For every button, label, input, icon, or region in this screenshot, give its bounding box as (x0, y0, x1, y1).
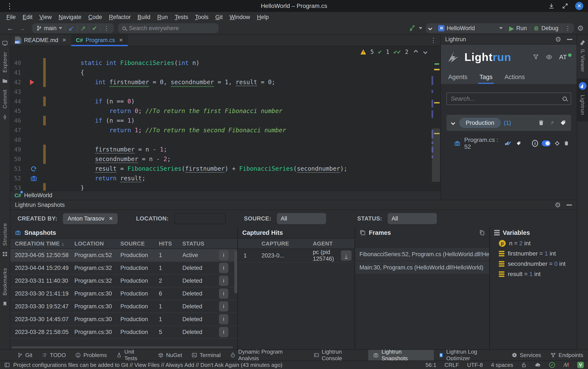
tag-group-production[interactable]: Production (1) (446, 115, 571, 131)
code-editor[interactable]: 5 ✔ 1 ✔✔ 2 40 static int FibonacciSeries… (10, 46, 441, 191)
code-line-52[interactable]: 52 return result; (10, 174, 441, 183)
clear-filter-icon[interactable]: ✕ (109, 215, 113, 222)
code-line-40[interactable]: 40 static int FibonacciSeries(int n) (10, 58, 441, 68)
variable-row[interactable]: pn = 2 int (490, 238, 577, 248)
tag-icon[interactable] (516, 141, 521, 146)
info-icon[interactable]: i (532, 140, 538, 147)
code-line-46[interactable]: 46 if (n == 1) (10, 116, 441, 125)
info-button[interactable]: i (219, 263, 228, 273)
info-button[interactable]: i (219, 250, 228, 260)
download-hit-button[interactable]: ↓ (341, 250, 352, 261)
menu-item-tools[interactable]: Tools (192, 13, 211, 21)
variable-row[interactable]: firstnumber = 1 int (490, 248, 577, 259)
status-filter-dropdown[interactable]: All (388, 213, 437, 224)
toolwindow-button-lightrun-snapshots[interactable]: Lightrun Snapshots (368, 350, 434, 360)
snapshot-action-row[interactable]: Program.cs : 52 ✔✔ i (446, 131, 571, 150)
menu-item-view[interactable]: View (36, 13, 55, 21)
trash-icon[interactable] (538, 120, 544, 126)
line-number[interactable]: 42 (10, 79, 30, 85)
toolwindow-button-problems[interactable]: Problems (71, 350, 112, 360)
column-capture[interactable]: CAPTURE (262, 240, 313, 247)
debug-button[interactable]: Debug (530, 23, 561, 33)
menu-item-git[interactable]: Git (212, 13, 226, 21)
tags-search-field[interactable] (446, 92, 571, 105)
caret-position[interactable]: 56:1 (426, 362, 436, 368)
sidebar-item-structure[interactable]: Structure (2, 223, 8, 246)
line-number[interactable]: 49 (10, 146, 30, 153)
location-filter-input[interactable] (174, 213, 226, 224)
push-button[interactable]: ↗ (77, 23, 89, 33)
code-line-51[interactable]: 51 result = FibonacciSeries(firstnumber)… (10, 164, 441, 174)
gutter-icon-slot[interactable] (30, 183, 43, 191)
sidebar-item-lightrun[interactable]: Lightrun (577, 79, 588, 122)
tab-readme[interactable]: MD README.md ✕ (10, 35, 71, 46)
status-message[interactable]: Project configurations files can be adde… (13, 362, 283, 368)
line-number[interactable]: 53 (10, 184, 30, 191)
code-text[interactable]: return 1; //To return the second Fibonac… (52, 127, 286, 134)
trash-icon[interactable] (564, 140, 569, 147)
frame-row[interactable]: Main:30, Program.cs (HelloWorld.dll!Hell… (355, 261, 489, 275)
gutter-icon-slot[interactable] (30, 106, 43, 116)
panel-settings-gear-icon[interactable]: ⚙ (555, 35, 561, 43)
sidebar-item-bookmarks[interactable]: Bookmarks (2, 268, 8, 296)
tab-options-icon[interactable]: ⋮ (426, 37, 441, 44)
menu-item-help[interactable]: Help (254, 13, 272, 21)
close-icon[interactable]: ✕ (119, 37, 123, 43)
toolwindow-button-lightrun-console[interactable]: Lightrun Console (309, 350, 368, 360)
snapshot-camera-icon[interactable] (30, 175, 38, 182)
snapshots-vertical-scrollbar[interactable] (234, 251, 237, 293)
code-text[interactable]: secondnumber = n - 2; (52, 155, 171, 163)
code-text[interactable]: result = FibonacciSeries(firstnumber) + … (52, 165, 347, 172)
tab-program-cs[interactable]: C# Program.cs ✕ (71, 35, 128, 46)
line-number[interactable]: 41 (10, 69, 30, 76)
counter-icon[interactable] (30, 165, 37, 173)
line-number[interactable]: 40 (10, 60, 30, 66)
download-icon[interactable] (548, 2, 555, 10)
lightrun-tab-agents[interactable]: Agents (448, 73, 467, 84)
vcs-more-icon[interactable]: ⋮ (101, 23, 113, 33)
snapshot-row[interactable]: 2023-03-30 21:41:19Program.cs:30Producti… (10, 287, 237, 300)
line-number[interactable]: 47 (10, 127, 30, 133)
editor-scrollbar[interactable] (431, 46, 441, 191)
account-avatar[interactable]: AT (559, 53, 571, 61)
build-hammer-icon[interactable] (409, 25, 415, 31)
inspections-ok-icon[interactable]: ✔ (549, 362, 555, 368)
layout-icon[interactable] (4, 362, 10, 368)
column-status[interactable]: STATUS (182, 240, 218, 247)
execution-pointer-icon[interactable] (30, 80, 34, 85)
sidebar-item-explorer[interactable]: Explorer (2, 52, 8, 72)
toolwindow-button-dynamic-program-analysis[interactable]: Dynamic Program Analysis (225, 350, 309, 360)
code-text[interactable]: if (n == 0) (52, 98, 135, 105)
close-icon[interactable]: ✕ (62, 37, 66, 43)
gutter-icon-slot[interactable] (30, 145, 43, 154)
code-line-50[interactable]: 50 secondnumber = n - 2; (10, 154, 441, 164)
snapshot-row[interactable]: 2023-03-30 19:52:47Program.cs:30Producti… (10, 300, 237, 313)
info-button[interactable]: i (219, 276, 228, 286)
close-window-icon[interactable]: ✕ (575, 2, 583, 10)
settings-gear-icon[interactable]: ⚙ (577, 24, 584, 32)
snapshot-row[interactable]: 2023-04-04 15:20:49Program.cs:32Producti… (10, 262, 237, 275)
variable-row[interactable]: secondnumber = 0 int (490, 259, 577, 269)
cloud-settings-icon[interactable] (535, 362, 541, 368)
target-icon[interactable] (555, 140, 560, 147)
code-text[interactable]: } (52, 184, 84, 191)
line-number[interactable]: 43 (10, 88, 30, 95)
tags-search-input[interactable] (451, 95, 563, 102)
snapshot-row[interactable]: 2023-03-31 11:40:30Program.cs:32Producti… (10, 275, 237, 287)
column-hits[interactable]: HITS (159, 240, 182, 247)
gutter-icon-slot[interactable] (30, 154, 43, 164)
gutter-icon-slot[interactable] (30, 58, 43, 68)
toolwindow-button-unit-tests[interactable]: Unit Tests (112, 350, 153, 360)
run-more-icon[interactable]: ⋮ (562, 23, 574, 33)
code-text[interactable]: static int FibonacciSeries(int n) (52, 59, 200, 66)
info-button[interactable]: i (219, 288, 228, 299)
code-line-42[interactable]: 42 int firstnumber = 0, secondnumber = 1… (10, 77, 441, 87)
line-number[interactable]: 44 (10, 98, 30, 105)
enabled-toggle[interactable] (542, 140, 551, 146)
column-creation-time[interactable]: CREATION TIME ↓ (10, 240, 74, 247)
variable-row[interactable]: result = 1 int (490, 269, 577, 279)
menu-item-tests[interactable]: Tests (172, 13, 191, 21)
captured-hit-row[interactable]: 12023-0...pc (pid 125746)↓ (238, 249, 355, 263)
toolwindow-button-services[interactable]: Services (507, 350, 546, 360)
info-button[interactable]: i (219, 327, 228, 337)
